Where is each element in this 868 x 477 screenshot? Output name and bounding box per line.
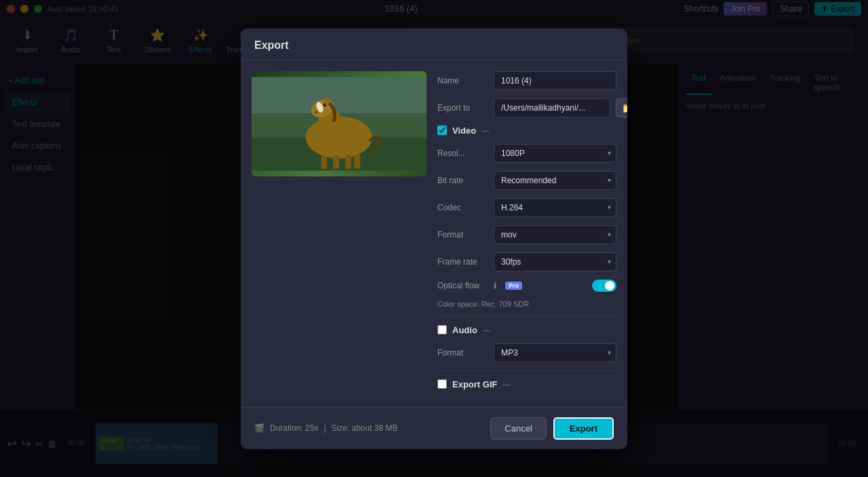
optical-flow-field-row: Optical flow ℹ Pro: [437, 280, 616, 292]
modal-fields-panel: Name Export to 📁 Video — Resol..: [437, 60, 627, 407]
svg-rect-1: [252, 77, 427, 113]
duration-text: Duration: 25s: [270, 423, 318, 433]
footer-info: 🎬 Duration: 25s | Size: about 38 MB: [254, 423, 398, 433]
resolution-label: Resol...: [437, 149, 488, 158]
size-text: Size: about 38 MB: [332, 423, 398, 433]
browse-folder-button[interactable]: 📁: [616, 98, 627, 117]
gif-checkbox[interactable]: [437, 379, 447, 389]
format-field-row: Format mp4 mov avi mkv ▾: [437, 225, 616, 244]
audio-section-label: Audio: [452, 325, 477, 335]
svg-rect-12: [333, 155, 339, 169]
framerate-select[interactable]: 24fps 25fps 30fps 60fps: [494, 252, 616, 271]
optical-flow-label: Optical flow: [437, 281, 488, 290]
bitrate-label: Bit rate: [437, 176, 488, 185]
color-space-text: Color space: Rec. 709 SDR: [437, 300, 616, 308]
codec-select[interactable]: H.264 H.265 VP9: [494, 198, 616, 217]
section-divider-2: [437, 370, 616, 371]
audio-checkbox[interactable]: [437, 325, 447, 335]
footer-buttons: Cancel Export: [490, 417, 614, 440]
section-divider-1: [437, 316, 616, 317]
format-select[interactable]: mp4 mov avi mkv: [494, 225, 616, 244]
horse-preview-svg: [252, 71, 427, 176]
framerate-field-row: Frame rate 24fps 25fps 30fps 60fps ▾: [437, 252, 616, 271]
separator: |: [323, 423, 326, 433]
optical-flow-toggle[interactable]: [592, 280, 616, 292]
video-section-label: Video: [452, 126, 476, 136]
name-label: Name: [437, 76, 488, 85]
codec-field-row: Codec H.264 H.265 VP9 ▾: [437, 198, 616, 217]
optical-flow-info-icon[interactable]: ℹ: [494, 281, 497, 290]
cancel-button[interactable]: Cancel: [490, 417, 546, 440]
format-select-wrapper: mp4 mov avi mkv ▾: [494, 225, 616, 244]
preview-image: [252, 71, 427, 176]
pro-badge: Pro: [505, 282, 522, 290]
export-to-label: Export to: [437, 103, 488, 113]
format-label: Format: [437, 230, 488, 240]
gif-section-toggle: Export GIF —: [437, 379, 616, 389]
export-path-input[interactable]: [494, 98, 610, 117]
video-section-toggle: Video —: [437, 126, 616, 136]
svg-rect-14: [354, 154, 360, 168]
audio-format-field-row: Format MP3 AAC WAV ▾: [437, 343, 616, 362]
name-input[interactable]: [494, 71, 616, 90]
modal-title: Export: [241, 28, 627, 60]
film-icon: 🎬: [254, 423, 264, 433]
resolution-select[interactable]: 720P 1080P 2K 4K: [494, 144, 616, 163]
name-field-row: Name: [437, 71, 616, 90]
codec-select-wrapper: H.264 H.265 VP9 ▾: [494, 198, 616, 217]
bitrate-select[interactable]: Low Medium Recommended High: [494, 171, 616, 190]
resolution-select-wrapper: 720P 1080P 2K 4K ▾: [494, 144, 616, 163]
export-to-field-row: Export to 📁: [437, 98, 616, 117]
resolution-field-row: Resol... 720P 1080P 2K 4K ▾: [437, 144, 616, 163]
export-button[interactable]: Export: [553, 417, 614, 440]
audio-section-toggle: Audio —: [437, 325, 616, 335]
bitrate-field-row: Bit rate Low Medium Recommended High ▾: [437, 171, 616, 190]
svg-rect-13: [345, 154, 351, 168]
export-modal: Export: [241, 28, 627, 449]
bitrate-select-wrapper: Low Medium Recommended High ▾: [494, 171, 616, 190]
framerate-select-wrapper: 24fps 25fps 30fps 60fps ▾: [494, 252, 616, 271]
framerate-label: Frame rate: [437, 257, 488, 267]
audio-format-label: Format: [437, 348, 488, 358]
audio-format-select[interactable]: MP3 AAC WAV: [494, 343, 616, 362]
gif-section-label: Export GIF: [452, 379, 497, 389]
video-checkbox[interactable]: [437, 126, 447, 135]
codec-label: Codec: [437, 203, 488, 212]
modal-overlay: Export: [0, 0, 868, 477]
svg-rect-11: [321, 155, 327, 169]
modal-preview-panel: [241, 60, 437, 407]
modal-body: Name Export to 📁 Video — Resol..: [241, 60, 627, 407]
modal-footer: 🎬 Duration: 25s | Size: about 38 MB Canc…: [241, 407, 627, 449]
audio-format-select-wrapper: MP3 AAC WAV ▾: [494, 343, 616, 362]
